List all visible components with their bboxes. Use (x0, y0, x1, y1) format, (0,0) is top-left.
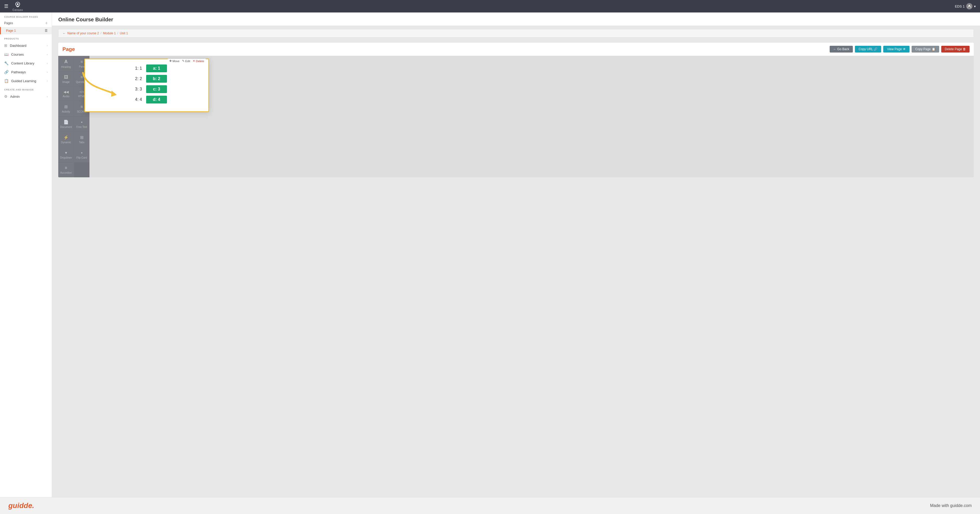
page-1-menu-icon[interactable]: ☰ (45, 29, 48, 32)
guided-learning-chevron: › (47, 79, 48, 82)
svg-point-1 (17, 3, 19, 5)
user-label: EDS 1 (955, 5, 965, 8)
content-header: Online Course Builder (52, 13, 980, 26)
accordion-icon: ≡ (65, 166, 67, 170)
tool-document[interactable]: 📄 Document (58, 116, 74, 132)
tool-free-text[interactable]: ▪ Free Text (74, 116, 90, 132)
main-container: Course Builder Pages Pages + Page 1 ☰ Pr… (0, 13, 980, 497)
matching-left-4: 4: 4 (126, 97, 142, 102)
matching-right-4: d: 4 (146, 96, 167, 103)
document-icon: 📄 (64, 120, 68, 125)
page-card: Page ← Go Back Copy URL 🔗 View Page 👁 Co… (58, 43, 974, 177)
table-row: 3: 3 c: 3 (93, 85, 200, 93)
heading-label: Heading (61, 65, 71, 68)
go-back-button[interactable]: ← Go Back (830, 46, 853, 52)
page-title: Online Course Builder (58, 17, 974, 26)
breadcrumb-back-icon: ← (63, 32, 66, 35)
delete-page-button[interactable]: Delete Page 🗑 (941, 46, 970, 52)
edit-label: Edit (185, 60, 190, 63)
free-text-label: Free Text (76, 125, 88, 128)
image-icon: 🖼 (64, 75, 68, 79)
tabs-label: Tabs (79, 141, 84, 144)
content-library-label: Content Library (11, 61, 44, 65)
app-name: Censeo (13, 9, 23, 11)
delete-button[interactable]: ✕ Delete (193, 59, 204, 63)
matching-right-2: b: 2 (146, 75, 167, 82)
tool-dropdown[interactable]: ▾ Dropdown (58, 147, 74, 162)
admin-label: Admin (10, 95, 44, 98)
pages-label: Pages (4, 21, 13, 25)
sidebar-item-guided-learning[interactable]: 📋 Guided Learning › (0, 76, 52, 85)
hamburger-icon[interactable]: ☰ (4, 3, 8, 9)
tool-dynamic[interactable]: ⚡ Dynamic (58, 132, 74, 147)
sidebar-item-admin[interactable]: ⚙ Admin › (0, 92, 52, 101)
document-label: Document (60, 125, 72, 128)
para-icon: ≡ (81, 60, 83, 64)
builder-row: A Heading ≡ Para 🖼 Image ≡ (58, 56, 974, 177)
sidebar-item-content-library[interactable]: 🔧 Content Library › (0, 59, 52, 68)
user-menu[interactable]: EDS 1 ▾ (955, 3, 976, 10)
admin-icon: ⚙ (4, 94, 8, 98)
copy-url-button[interactable]: Copy URL 🔗 (855, 46, 881, 52)
audio-icon: ◀◀ (64, 90, 68, 94)
sidebar-page-1[interactable]: Page 1 ☰ (0, 27, 52, 34)
matching-left-1: 1: 1 (126, 66, 142, 71)
sidebar-item-pathways[interactable]: 🔗 Pathways › (0, 68, 52, 76)
page-card-actions: ← Go Back Copy URL 🔗 View Page 👁 Copy Pa… (830, 46, 970, 52)
tool-tabs[interactable]: ⊞ Tabs (74, 132, 90, 147)
avatar (966, 3, 972, 10)
tool-accordion[interactable]: ≡ Accordion (58, 162, 74, 177)
courses-icon: 📖 (4, 52, 9, 56)
pathways-label: Pathways (11, 70, 44, 74)
sidebar-section-products: Products (0, 34, 52, 41)
page-card-title: Page (62, 46, 75, 52)
matching-table: 1: 1 a: 1 2: 2 b: 2 3: 3 c: 3 (93, 65, 200, 103)
heading-icon: A (64, 59, 68, 65)
para-label: Para (79, 65, 84, 68)
content-library-chevron: › (47, 62, 48, 65)
accordion-label: Accordion (60, 171, 72, 174)
edit-icon: ✎ (182, 59, 185, 63)
add-page-button[interactable]: + (45, 21, 48, 25)
edit-button[interactable]: ✎ Edit (182, 59, 190, 63)
scorm-icon: ≡ (81, 105, 83, 109)
breadcrumb: ← Name of your course 2 / Module 1 / Uni… (58, 29, 974, 37)
table-row: 1: 1 a: 1 (93, 65, 200, 72)
tool-audio[interactable]: ◀◀ Audio (58, 87, 74, 101)
content-area: Online Course Builder ← Name of your cou… (52, 13, 980, 497)
breadcrumb-module[interactable]: Module 1 (103, 32, 116, 35)
view-page-button[interactable]: View Page 👁 (883, 46, 910, 52)
flip-card-icon: ▪ (81, 151, 83, 155)
table-row: 2: 2 b: 2 (93, 75, 200, 82)
breadcrumb-course[interactable]: Name of your course 2 (67, 32, 99, 35)
sidebar-item-dashboard[interactable]: ⊞ Dashboard › (0, 41, 52, 50)
tool-flip-card[interactable]: ▪ Flip Card (74, 147, 90, 162)
pathways-chevron: › (47, 71, 48, 74)
tool-activity[interactable]: ⊞ Activity (58, 101, 74, 116)
move-icon: ✥ (169, 59, 172, 63)
app-logo: Censeo (13, 1, 23, 11)
image-label: Image (62, 81, 70, 84)
guided-learning-icon: 📋 (4, 79, 9, 83)
courses-label: Courses (11, 52, 44, 56)
top-nav: ☰ Censeo EDS 1 ▾ (0, 0, 980, 13)
matching-left-2: 2: 2 (126, 76, 142, 81)
tool-image[interactable]: 🖼 Image (58, 72, 74, 87)
page-1-label: Page 1 (6, 29, 16, 32)
dropdown-icon: ▾ (65, 150, 67, 155)
sidebar-pages-row: Pages + (0, 19, 52, 27)
footer: guidde. Made with guidde.com (0, 497, 980, 514)
top-nav-left: ☰ Censeo (4, 1, 23, 11)
questions-icon: ≡ (81, 75, 83, 79)
sidebar-item-courses[interactable]: 📖 Courses › (0, 50, 52, 59)
dashboard-icon: ⊞ (4, 43, 7, 48)
dynamic-icon: ⚡ (64, 135, 68, 140)
move-button[interactable]: ✥ Move (169, 59, 180, 63)
breadcrumb-unit[interactable]: Unit 1 (119, 32, 128, 35)
activity-overlay: ✥ Move ✎ Edit ✕ Delete (84, 59, 209, 112)
activity-label: Activity (62, 110, 70, 113)
copy-page-button[interactable]: Copy Page 📋 (912, 46, 939, 52)
move-label: Move (172, 60, 180, 63)
tool-heading[interactable]: A Heading (58, 56, 74, 71)
footer-tagline: Made with guidde.com (930, 503, 972, 508)
